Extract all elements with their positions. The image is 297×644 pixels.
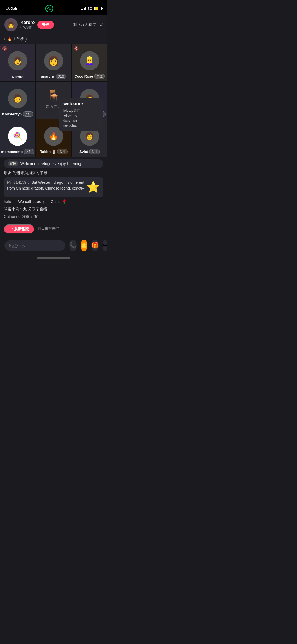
view-count: 18.2万人看过 [73,22,96,27]
user-name-row-cocorose: Coco Rose 关注 [75,74,105,79]
header: 👧 Keroro 6.5万赞 关注 18.2万人看过 × [0,15,107,34]
share-button[interactable]: ↪ [103,240,107,251]
fire-icon: 🔥 [7,37,12,41]
header-right: 18.2万人看过 × [73,21,103,28]
user-name-anarchy: anarchy [41,74,55,78]
popularity-badge[interactable]: 🔥 人气榜 [4,36,27,42]
avatar-video-konstantyn: 🧑 [8,89,27,108]
signal-icon [81,7,86,10]
input-bar: 📞 🌟 🎁 ↪ [0,237,107,254]
header-left: 👧 Keroro 6.5万赞 关注 [4,18,54,31]
chat-username: halo_： [4,199,17,204]
chat-messages: 朋友,先进来为消灭的半报。 ⭐ Mm314159： But Western dr… [4,170,103,220]
follow-button[interactable]: 关注 [37,21,54,29]
new-messages-count: 17 条新消息 [9,227,29,232]
welcome-text: left-top关注follow medont missnext chat [63,108,98,128]
list-item: ⭐ Mm314159： But Western dragon is differ… [4,177,103,197]
status-time: 10:56 [6,6,17,11]
video-cell-momomomo[interactable]: 🍭 momomomo 关注 [0,119,35,157]
avatar-video-keroro: 👧 [8,51,27,70]
video-cell-cocorose[interactable]: 🔇 👱‍♀️ Coco Rose 关注 [72,44,107,81]
battery-icon [94,7,102,10]
phone-icon: 📞 [69,242,77,249]
user-name-row-rabbit: Rabbit 🐰 关注 [40,149,68,154]
close-button[interactable]: × [99,21,103,28]
follow-pill-anarchy[interactable]: 关注 [56,74,66,79]
join-icon: 🪑 [47,89,61,102]
chat-text: We call it Loong in China 🌹 [18,199,67,204]
avatar[interactable]: 👧 [4,18,18,31]
list-item: halo_： We call it Loong in China 🌹 [4,199,103,205]
user-name-keroro: Keroro [12,75,24,79]
user-name-cocorose: Coco Rose [75,74,93,78]
pinned-message: 置顶 Welcome tt refugees,enjoy listening [4,159,103,168]
phone-button[interactable]: 📞 [69,240,77,251]
avatar-video-momo: 🍭 [8,127,27,146]
avatar-video-anarchy: 👩 [44,51,63,70]
popularity-button[interactable]: 🌟 [81,240,87,251]
list-item: Catherine 雅卓： 龙 [4,214,103,220]
user-name-row-sviat: Sviat 关注 [79,149,100,154]
follow-pill-sviat[interactable]: 关注 [89,149,100,154]
follow-pill-konstantyn[interactable]: 关注 [23,111,33,117]
host-name: Keroro [20,20,35,25]
chat-text: 朋友,先进来为消灭的半报。 [4,171,51,175]
user-name-sviat: Sviat [79,150,88,154]
video-cell-anarchy[interactable]: 👩 anarchy 关注 [36,44,72,81]
user-name-row-anarchy: anarchy 关注 [41,74,66,79]
welcome-popup: welcome left-top关注follow medont missnext… [59,98,103,131]
host-likes: 6.5万赞 [20,25,35,30]
network-label: 5G [88,7,92,11]
chat-text: 龙 [34,214,38,219]
avatar-video-cocorose: 👱‍♀️ [80,51,99,70]
chat-input[interactable] [4,240,65,251]
chat-section: 置顶 Welcome tt refugees,enjoy listening 朋… [0,157,107,237]
dynamic-island [42,3,56,14]
main-area: welcome left-top关注follow medont missnext… [0,44,107,157]
user-name-momo: momomomo [1,150,23,154]
user-name-row-momo: momomomo 关注 [1,149,34,154]
battery-fill [95,7,98,10]
user-name-row-keroro: Keroro [12,75,24,79]
star-sticker-icon: ⭐ [86,179,100,195]
follow-pill-rabbit[interactable]: 关注 [57,149,68,154]
host-info: Keroro 6.5万赞 [20,20,35,30]
chat-username: Mm314159： [7,180,30,185]
home-indicator [0,254,107,262]
home-bar [37,257,70,259]
chat-text: 笨蛋小狗小丸 分享了直播 [4,207,47,211]
video-cell-konstantyn[interactable]: 🧑 Konstantyn 关注 [0,82,35,119]
list-item: 笨蛋小狗小丸 分享了直播 [4,206,103,212]
follow-pill-momo[interactable]: 关注 [24,149,34,154]
user-name-rabbit: Rabbit 🐰 [40,150,56,154]
new-messages-row: 17 条新消息 首页推荐来了 [4,222,103,234]
user-name-konstantyn: Konstantyn [2,112,22,116]
star-icon: 🌟 [81,242,87,249]
gift-button[interactable]: 🎁 [91,240,99,251]
list-item: 朋友,先进来为消灭的半报。 [4,170,103,176]
video-cell-keroro[interactable]: 🔇 👧 Keroro [0,44,35,81]
new-messages-button[interactable]: 17 条新消息 [4,224,34,234]
pinned-text: Welcome tt refugees,enjoy listening [20,161,81,166]
welcome-title: welcome [63,101,98,106]
user-name-row-konstantyn: Konstantyn 关注 [2,111,34,117]
follow-pill-cocorose[interactable]: 关注 [94,74,105,79]
chat-username: Catherine 雅卓： [4,214,33,219]
mute-icon: 🔇 [2,46,7,51]
pinned-badge: 置顶 [8,161,18,166]
gift-icon: 🎁 [91,242,99,249]
popularity-label: 人气榜 [13,37,24,42]
recommendation-hint: 首页推荐来了 [38,226,59,231]
status-right: 5G [81,7,102,11]
popularity-section: 🔥 人气榜 [0,34,107,44]
status-bar: 10:56 5G [0,0,107,15]
share-icon: ↪ [103,242,107,249]
app-logo-icon [45,5,53,12]
mute-icon-cocorose: 🔇 [74,46,79,51]
